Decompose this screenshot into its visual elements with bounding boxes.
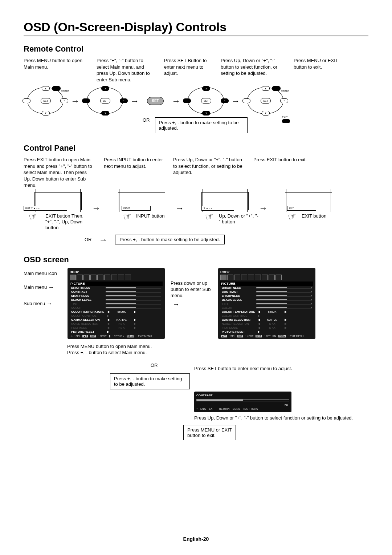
- osd-menu-item[interactable]: GAMMA SELECTION◀NATIVE▶: [70, 318, 163, 322]
- osd-menu-item[interactable]: CONTRAST: [70, 290, 163, 294]
- panel-button-strip[interactable]: EXIT: [287, 206, 316, 211]
- remote-down-button[interactable]: ▼: [101, 111, 109, 116]
- osd-menu-icon[interactable]: [104, 275, 110, 280]
- osd-menu-icon[interactable]: [241, 275, 247, 280]
- osd-menu-icon[interactable]: [248, 275, 254, 280]
- osd-menu-icon[interactable]: [111, 275, 117, 280]
- hand-pointer-icon: ☞: [204, 210, 214, 223]
- remote-plus-button[interactable]: +: [120, 98, 128, 103]
- remote-up-button[interactable]: ▲: [101, 86, 109, 91]
- remote-set-button[interactable]: SET: [201, 98, 211, 104]
- remote-set-button[interactable]: SET: [41, 98, 51, 104]
- remote-set-button[interactable]: SET: [100, 98, 110, 104]
- remote-up-button[interactable]: ▲: [42, 86, 50, 91]
- osd-menu-item[interactable]: SHARPNESS: [220, 294, 313, 298]
- panel-step-2: Press INPUT button to enter next menu to…: [104, 157, 164, 189]
- osd-source: RGB2: [70, 270, 163, 274]
- remote-up-button[interactable]: ▲: [202, 86, 210, 91]
- osd-menu-icon[interactable]: [97, 275, 103, 280]
- remote-plus-button[interactable]: +: [221, 98, 229, 103]
- osd-menu-item[interactable]: COLOR CONTROL▶: [220, 314, 313, 318]
- osd-menu-item[interactable]: BRIGHTNESS: [220, 286, 313, 290]
- contrast-value: 50: [196, 404, 289, 407]
- remote-minus-button[interactable]: -: [23, 98, 30, 103]
- osd-screen-section: OSD screen Main menu icon Main menu → Su…: [24, 255, 368, 440]
- arrow-icon: →: [98, 235, 109, 245]
- remote-up-button[interactable]: ▲: [262, 86, 270, 91]
- remote-minus-button[interactable]: -: [82, 98, 90, 103]
- osd-source: RGB2: [220, 270, 313, 274]
- osd-menu-icon[interactable]: [90, 275, 97, 280]
- panel-step-1: Press EXIT button to open Main menu and …: [24, 157, 94, 189]
- osd-menu-icon[interactable]: [77, 275, 83, 280]
- hand-pointer-icon: ☞: [122, 210, 132, 223]
- osd-menu-icon[interactable]: [83, 275, 90, 280]
- remote-menu-button[interactable]: [272, 86, 281, 91]
- remote-down-button[interactable]: ▼: [42, 111, 50, 116]
- osd-menu-item[interactable]: COLOR: [220, 306, 313, 310]
- osd-below-text: Press MENU button to open Main menu. Pre…: [67, 343, 368, 356]
- osd-menu-item[interactable]: PICTURE RESET▶: [70, 330, 163, 334]
- osd-menu-icon[interactable]: [125, 275, 131, 280]
- osd-menu-item[interactable]: FILM MODE◀N / A▶: [220, 326, 313, 330]
- osd-menu-item[interactable]: NOISE REDUCTION◀N / A▶: [70, 322, 163, 326]
- osd-menu-item[interactable]: COLOR TEMPERATURE◀6500K▶: [70, 310, 163, 314]
- contrast-slider[interactable]: [196, 399, 289, 401]
- remote-or-box: Press +, - button to make setting to be …: [155, 117, 248, 133]
- osd-menu-item[interactable]: SHARPNESS: [70, 294, 163, 298]
- panel-diagram-4: EXIT ☞ EXIT button: [274, 192, 336, 219]
- osd-menu-icon[interactable]: [227, 275, 233, 280]
- osd-menu-item[interactable]: CONTRAST: [220, 290, 313, 294]
- osd-menu-item[interactable]: TINT: [220, 302, 313, 306]
- remote-down-button[interactable]: ▼: [202, 111, 210, 116]
- osd-main-menu-icons: [220, 275, 313, 280]
- remote-minus-button[interactable]: -: [242, 98, 250, 103]
- remote-set-button[interactable]: SET: [261, 98, 271, 104]
- set-button-highlight[interactable]: SET: [147, 97, 164, 105]
- remote-minus-button[interactable]: -: [183, 98, 191, 103]
- osd-menu-icon[interactable]: [262, 275, 268, 280]
- osd-menu-icon[interactable]: [255, 275, 261, 280]
- osd-exit-box: Press MENU or EXIT button to exit.: [183, 425, 236, 440]
- remote-exit-button[interactable]: [282, 119, 290, 123]
- osd-menu-icon[interactable]: [70, 275, 76, 280]
- menu-label: MENU: [281, 89, 289, 92]
- remote-diagram-2: ▲ ▼ - + SET: [83, 87, 127, 114]
- osd-menu-icon[interactable]: [234, 275, 240, 280]
- panel-steps-row: Press EXIT button to open Main menu and …: [24, 157, 368, 189]
- remote-down-button[interactable]: ▼: [262, 111, 270, 116]
- osd-menu-item[interactable]: FILM MODE◀N / A▶: [70, 326, 163, 330]
- remote-menu-button[interactable]: [52, 86, 61, 91]
- remote-steps-row: Press MENU button to open Main menu. Pre…: [24, 57, 368, 83]
- panel-button-strip[interactable]: ▼ ▲ − +: [201, 206, 234, 211]
- osd-menu-icon[interactable]: [118, 275, 124, 280]
- osd-contrast-panel: CONTRAST 50 + - : ADJ EXIT: RETURN MENU:…: [194, 392, 291, 412]
- panel-label-1: EXIT button Then, "+", "-", Up, Down but…: [45, 213, 85, 231]
- remote-diagram-4: ▲ ▼ - + SET: [184, 87, 228, 114]
- osd-menu-item[interactable]: BLACK LEVEL: [220, 298, 313, 302]
- osd-menu-item[interactable]: BLACK LEVEL: [70, 298, 163, 302]
- remote-plus-button[interactable]: +: [60, 98, 68, 103]
- main-menu-icon-label: Main menu icon: [24, 270, 62, 277]
- osd-menu-item[interactable]: COLOR CONTROL▶: [70, 314, 163, 318]
- osd-menu-title: PICTURE: [220, 281, 313, 286]
- panel-button-strip[interactable]: EXIT ▼ ▲ − +: [24, 206, 67, 211]
- osd-menu-icon[interactable]: [275, 275, 282, 280]
- osd-menu-item[interactable]: TINT: [70, 302, 163, 306]
- arrow-icon: →: [90, 203, 102, 213]
- arrow-icon: →: [170, 96, 182, 106]
- arrow-icon: →: [257, 203, 269, 213]
- contrast-title: CONTRAST: [196, 394, 289, 397]
- main-menu-label: Main menu →: [24, 283, 62, 291]
- osd-menu-item[interactable]: COLOR: [70, 306, 163, 310]
- osd-menu-item[interactable]: NOISE REDUCTION◀N / A▶: [220, 322, 313, 326]
- arrow-icon: →: [230, 96, 241, 106]
- osd-menu-item[interactable]: GAMMA SELECTION◀NATIVE▶: [220, 318, 313, 322]
- remote-plus-button[interactable]: +: [280, 98, 288, 103]
- osd-menu-item[interactable]: PICTURE RESET▶: [220, 330, 313, 334]
- osd-menu-item[interactable]: COLOR TEMPERATURE◀6500K▶: [220, 310, 313, 314]
- osd-menu-icon[interactable]: [220, 275, 226, 280]
- osd-menu-icon[interactable]: [269, 275, 275, 280]
- panel-button-strip[interactable]: INPUT: [122, 206, 151, 211]
- osd-menu-item[interactable]: BRIGHTNESS: [70, 286, 163, 290]
